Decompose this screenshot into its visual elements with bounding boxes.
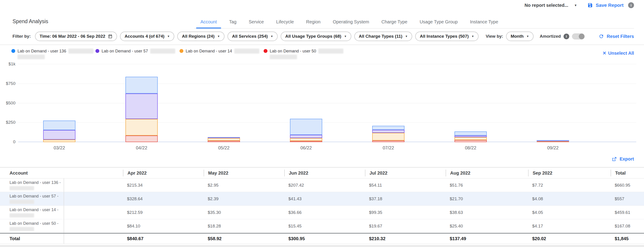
bar-segment xyxy=(126,77,158,94)
info-icon[interactable]: i xyxy=(628,2,634,8)
tab-lifecycle[interactable]: Lifecycle xyxy=(270,19,300,28)
value-cell: $207.42 xyxy=(284,183,365,188)
tab-usage-type-group[interactable]: Usage Type Group xyxy=(414,19,464,28)
legend-item[interactable]: Lab on Demand - user 136 xyxy=(11,49,96,60)
caret-down-icon: ▼ xyxy=(472,35,474,38)
bar-segment xyxy=(454,137,487,140)
tab-region[interactable]: Region xyxy=(300,19,326,28)
value-cell: $36.66 xyxy=(284,210,365,215)
redacted-text xyxy=(10,213,34,218)
legend-label: Lab on Demand - user 14 xyxy=(186,49,232,54)
tab-account[interactable]: Account xyxy=(194,19,223,28)
close-icon: ✕ xyxy=(602,50,606,56)
filter-pill[interactable]: Accounts 4 (of 674)▼ xyxy=(120,31,174,41)
x-axis-tick-label: 04/22 xyxy=(100,145,183,151)
chart-plot: $1k$750$500$2500 xyxy=(18,64,636,142)
x-axis-tick-label: 07/22 xyxy=(347,145,430,151)
column-header: Aug 2022 xyxy=(446,170,528,176)
view-by-label: View by: xyxy=(486,34,503,39)
legend-texts: Lab on Demand - user 50 xyxy=(270,49,343,60)
value-cell: $54.11 xyxy=(365,183,446,188)
export-button[interactable]: Export xyxy=(612,156,634,162)
table-row[interactable]: Lab on Demand - user 14 -$212.59$35.30$3… xyxy=(0,206,644,219)
caret-down-icon: ▼ xyxy=(405,35,408,38)
bar-segment xyxy=(372,126,404,130)
report-selector[interactable]: No report selected... ▼ xyxy=(524,3,577,8)
legend-color-dot xyxy=(180,49,184,53)
reset-filters-button[interactable]: Reset Filters xyxy=(598,34,634,39)
legend-color-dot xyxy=(96,49,99,53)
stacked-bar-08-22[interactable] xyxy=(454,131,487,142)
account-cell: Lab on Demand - user 57 - xyxy=(0,192,64,206)
legend-color-dot xyxy=(11,49,15,53)
filter-by-label: Filter by: xyxy=(12,34,31,39)
stacked-bar-09-22[interactable] xyxy=(537,140,569,142)
unselect-all-button[interactable]: ✕ Unselect All xyxy=(602,50,634,56)
stacked-bar-04-22[interactable] xyxy=(126,77,158,142)
total-value-cell: $137.49 xyxy=(446,236,528,241)
filter-pill[interactable]: All Instance Types (507)▼ xyxy=(415,31,478,41)
tab-tag[interactable]: Tag xyxy=(223,19,242,28)
bar-slot xyxy=(430,64,512,142)
x-axis-tick-label: 08/22 xyxy=(430,145,512,151)
stacked-bar-05-22[interactable] xyxy=(208,137,240,142)
table-total-row: Total$840.67$58.92$300.95$210.32$137.49$… xyxy=(0,233,644,244)
toggle-knob xyxy=(579,34,584,39)
unselect-all-label: Unselect All xyxy=(608,51,634,56)
save-report-button[interactable]: Save Report xyxy=(588,2,624,8)
value-cell: $215.34 xyxy=(123,183,204,188)
filter-pill[interactable]: All Services (254)▼ xyxy=(228,31,278,41)
filter-pill[interactable]: All Charge Types (11)▼ xyxy=(354,31,412,41)
redacted-text xyxy=(150,49,175,54)
tab-instance-type[interactable]: Instance Type xyxy=(464,19,504,28)
x-axis-tick-label: 05/22 xyxy=(183,145,265,151)
bar-segment xyxy=(372,141,404,142)
column-header: Apr 2022 xyxy=(123,170,204,176)
account-name: Lab on Demand - user 50 - xyxy=(10,221,64,226)
save-report-label: Save Report xyxy=(596,2,624,8)
stacked-bar-03-22[interactable] xyxy=(43,121,76,142)
filter-pill[interactable]: All Usage Type Groups (68)▼ xyxy=(281,31,351,41)
tab-service[interactable]: Service xyxy=(243,19,270,28)
table-row[interactable]: Lab on Demand - user 57 -$328.64$2.39$41… xyxy=(0,192,644,206)
view-by-select[interactable]: Month ▼ xyxy=(506,31,534,41)
tab-charge-type[interactable]: Charge Type xyxy=(376,19,414,28)
bar-segment xyxy=(454,136,487,137)
value-cell: $18.28 xyxy=(204,224,284,229)
total-value-cell: $1,845 xyxy=(610,236,644,241)
redacted-text xyxy=(234,49,259,54)
x-axis-tick-label: 03/22 xyxy=(18,145,100,151)
legend-label: Lab on Demand - user 50 xyxy=(270,49,316,54)
legend-item[interactable]: Lab on Demand - user 50 xyxy=(264,49,348,60)
reset-icon xyxy=(598,34,604,39)
filter-pill[interactable]: Time: 06 Mar 2022 - 06 Sep 2022 xyxy=(35,31,117,41)
tab-operating-system[interactable]: Operating System xyxy=(326,19,375,28)
column-header: Jun 2022 xyxy=(284,170,365,176)
y-axis-tick-label: $250 xyxy=(2,120,16,125)
total-value-cell: $58.92 xyxy=(204,236,284,241)
stacked-bar-07-22[interactable] xyxy=(372,126,404,142)
filter-pill-label: All Regions (24) xyxy=(182,34,214,39)
view-by-value: Month xyxy=(510,34,524,39)
legend-item[interactable]: Lab on Demand - user 14 xyxy=(180,49,264,60)
table-row[interactable]: Lab on Demand - user 136 -$215.34$2.95$2… xyxy=(0,178,644,192)
caret-down-icon: ▼ xyxy=(217,35,220,38)
table-row[interactable]: Lab on Demand - user 50 -$84.10$18.28$15… xyxy=(0,219,644,233)
info-icon[interactable]: i xyxy=(564,34,569,39)
filter-pill[interactable]: All Regions (24)▼ xyxy=(177,31,224,41)
value-cell: $38.63 xyxy=(446,210,528,215)
legend-item[interactable]: Lab on Demand - user 57 xyxy=(96,49,180,60)
filter-pill-label: Accounts 4 (of 674) xyxy=(124,34,164,39)
stacked-bar-06-22[interactable] xyxy=(290,119,322,142)
value-cell: $35.30 xyxy=(204,210,284,215)
bar-segment xyxy=(537,142,569,142)
table-body: Lab on Demand - user 136 -$215.34$2.95$2… xyxy=(0,178,644,244)
bar-slot xyxy=(512,64,594,142)
bar-segment xyxy=(290,138,322,141)
amortized-toggle[interactable] xyxy=(572,33,585,39)
value-cell: $167.08 xyxy=(610,224,644,229)
horizontal-scrollbar[interactable] xyxy=(0,245,644,247)
export-label: Export xyxy=(620,156,634,162)
x-axis-tick-label: 06/22 xyxy=(265,145,347,151)
legend-line1: Lab on Demand - user 14 xyxy=(186,49,259,54)
